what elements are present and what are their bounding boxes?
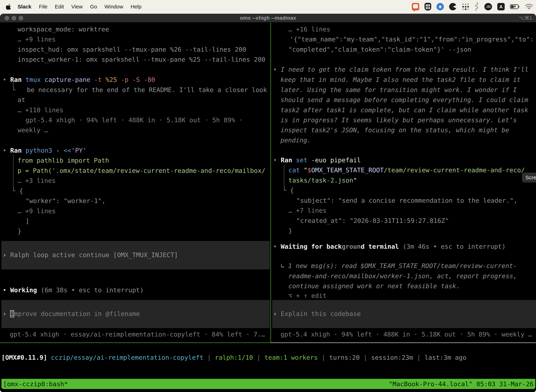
terminal-line: "subject": "send a concise recommendatio… (296, 196, 517, 205)
wifi-icon[interactable] (525, 4, 533, 9)
terminal-line: weekly … (18, 126, 48, 134)
terminal-line: … +110 lines (18, 106, 63, 114)
shield-grid-icon[interactable] (425, 3, 431, 10)
terminal-line: inspect_hud: omx sparkshell --tmux-pane … (18, 45, 246, 54)
ralph-loop-input-line: › Ralph loop active continue [OMX_TMUX_I… (3, 251, 178, 259)
tmux-session-label: [omx-cczip0:bash* (1, 380, 70, 387)
menu-item-edit[interactable]: Edit (51, 4, 68, 10)
terminal-line: cat "$OMX_TEAM_STATE_ROOT/team/review-cu… (288, 166, 525, 174)
left-prompt-line: › Improve documentation in @filename (3, 310, 140, 318)
terminal-body: Scre workspace_mode: worktree… +9 linesi… (0, 23, 536, 392)
terminal-line: keep that in mind. Maybe I also need the… (281, 75, 521, 84)
terminal-line: is in progress? It seems likely but perh… (281, 116, 517, 124)
terminal-line: "worker": "worker-1", (25, 197, 105, 205)
menu-item-help[interactable]: Help (127, 4, 145, 10)
terminal-window: omx --xhigh --madmax ⌥⌘1 Scre workspace_… (0, 14, 536, 392)
tree-connector (13, 154, 14, 187)
terminal-line: pending. (281, 136, 311, 145)
terminal-line: later. Using the same for transition mig… (281, 86, 517, 94)
waiting-status-line: • Waiting for background terminal (3m 46… (273, 242, 506, 251)
terminal-line: p = Path('.omx/state/team/review-current… (18, 167, 265, 175)
edit-hint-line: ⌥ + ↑ edit (288, 292, 326, 300)
dots-grid-icon[interactable] (462, 3, 469, 10)
terminal-line: } (288, 227, 292, 235)
terminal-line: task2 after task1 is complete, but can I… (281, 106, 528, 114)
screen-share-overlay[interactable]: Scre (522, 173, 536, 182)
mailbox-message-line: ↳ 1 new msg(s): read $OMX_TEAM_STATE_ROO… (281, 262, 517, 270)
menu-app-name[interactable]: Slack (14, 4, 35, 10)
ran-python-line: • Ran python3 - <<'PY' (3, 146, 86, 155)
thinking-line: • I need to get the claim token from the… (273, 65, 528, 74)
menu-item-go[interactable]: Go (86, 4, 101, 10)
pane-border-bottom-right (271, 342, 536, 343)
pane-border-bottom-left (0, 342, 271, 343)
terminal-line: … +9 lines (18, 207, 56, 215)
right-prompt-line: › Explain this codebase (273, 310, 361, 318)
terminal-line: } (18, 227, 21, 236)
ran-set-pipefail-line: • Ran set -euo pipefail (273, 156, 361, 164)
terminal-line: ] (25, 217, 29, 225)
menu-bar: Slack File Edit View Go Window Help (0, 0, 536, 13)
terminal-line: … +16 lines (288, 25, 330, 33)
hook-squiggle-icon[interactable] (474, 2, 479, 11)
terminal-line: at (18, 96, 25, 104)
tmux-host-clock: "MacBook-Pro-44.local" 05:03 31-Mar-26 (387, 380, 535, 387)
screenshot-app-icon[interactable] (412, 3, 419, 10)
window-title: omx --xhigh --madmax (0, 15, 536, 21)
blue-seal-icon[interactable] (436, 3, 444, 10)
terminal-line: workspace_mode: worktree (18, 25, 109, 33)
terminal-line: └ { (282, 186, 294, 195)
ran-tmux-capture-line: • Ran tmux capture-pane -t %25 -p -S -80 (3, 75, 155, 84)
menu-item-window[interactable]: Window (101, 4, 127, 10)
window-titlebar[interactable]: omx --xhigh --madmax ⌥⌘1 (0, 14, 536, 23)
pane-divider[interactable] (270, 23, 271, 343)
battery-icon[interactable] (510, 4, 520, 9)
omx-status-line: [OMX#0.11.9] cczip/essay/ai-reimplementa… (1, 353, 466, 362)
terminal-line: readme-and-reco/mailbox/worker-1.json, a… (288, 272, 517, 280)
terminal-line: "created_at": "2026-03-31T11:59:27.816Z" (296, 217, 449, 225)
terminal-line: gpt-5.4 xhigh · 94% left · 488K in · 5.1… (25, 116, 243, 124)
working-status-line: • Working (6m 38s • esc to interrupt) (3, 286, 144, 294)
terminal-line: … +9 lines (18, 35, 56, 44)
apple-logo-icon (6, 4, 11, 10)
terminal-line: '{"team_name":"my-team","task_id":"1","f… (290, 35, 534, 44)
terminal-line: inspect task2's JSON, focusing on the st… (281, 126, 509, 134)
terminal-line: from pathlib import Path (18, 156, 109, 165)
menu-item-file[interactable]: File (35, 4, 51, 10)
window-shortcut-hint: ⌥⌘1 (519, 15, 532, 21)
terminal-line: continue assigned work or next feasible … (288, 282, 460, 290)
terminal-line: should send a message before completing … (281, 96, 528, 104)
terminal-line: tasks/task-2.json" (288, 176, 357, 185)
terminal-line: └ be necessary for the end of the README… (12, 86, 267, 94)
right-session-status-line: gpt-5.4 xhigh · 94% left · 488K in · 5.1… (281, 330, 532, 339)
terminal-line: … +3 lines (18, 177, 56, 185)
terminal-line: └ { (12, 187, 23, 195)
badge-61-icon[interactable]: ..61 (484, 3, 492, 10)
media-disc-icon[interactable] (449, 3, 456, 10)
terminal-line: … +7 lines (288, 206, 326, 215)
terminal-line: "completed","claim_token":"claim-token"}… (288, 45, 471, 54)
tree-connector (284, 165, 284, 187)
keyboard-layout-icon[interactable]: A (497, 3, 505, 10)
apple-menu-icon[interactable] (6, 4, 11, 10)
terminal-line: inspect_worker-1: omx sparkshell --tmux-… (18, 55, 265, 64)
menu-item-view[interactable]: View (67, 4, 86, 10)
tmux-status-bar: [omx-cczip0:bash* "MacBook-Pro-44.local"… (1, 379, 535, 389)
left-session-status-line: gpt-5.4 xhigh · essay/ai-reimplementatio… (10, 330, 265, 339)
